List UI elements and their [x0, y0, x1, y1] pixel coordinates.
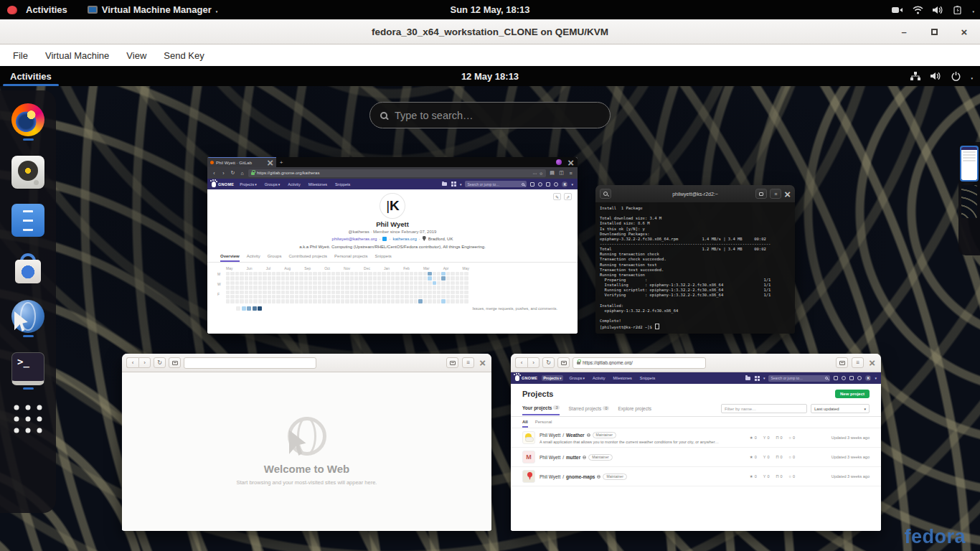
profile-tab[interactable]: Overview [220, 254, 240, 262]
search-input[interactable] [395, 110, 600, 121]
workspace-switcher[interactable] [958, 142, 980, 255]
issue-count[interactable]: ○0 [789, 435, 795, 440]
web-welcome-window[interactable]: Welcome to Web Start browsing and your m… [122, 354, 491, 531]
merge-request-count[interactable]: Π0 [776, 474, 783, 479]
close-icon[interactable] [784, 189, 791, 199]
gitlab-search[interactable] [768, 375, 830, 382]
gitlab-brand[interactable]: GNOME [212, 182, 234, 187]
menu-button[interactable] [852, 357, 864, 368]
edit-profile-icon[interactable]: ✎ [553, 193, 561, 200]
gitlab-nav-item[interactable]: Groups [263, 182, 282, 187]
twitter-icon[interactable] [382, 237, 387, 241]
project-name[interactable]: Weather [566, 433, 585, 438]
page-actions-icon[interactable]: ⋯ [533, 171, 537, 176]
user-avatar[interactable]: K [865, 375, 871, 381]
projects-tab[interactable]: Explore projects [618, 405, 651, 415]
forward-button[interactable] [138, 357, 151, 368]
folder-icon[interactable] [442, 182, 447, 186]
todos-icon[interactable] [546, 182, 550, 187]
star-count[interactable]: ★0 [750, 474, 757, 479]
star-count[interactable]: ★0 [750, 435, 757, 440]
guest-clock[interactable]: 12 May 18:13 [0, 71, 980, 82]
share-profile-icon[interactable]: ⇗ [564, 193, 572, 200]
home-icon[interactable]: ⌂ [239, 171, 245, 176]
maximize-button[interactable] [928, 27, 940, 37]
profile-tab[interactable]: Contributed projects [288, 254, 327, 262]
dock-item-software[interactable] [10, 252, 46, 285]
back-button[interactable] [515, 357, 527, 368]
projects-tab[interactable]: Starred projects 0 [568, 405, 609, 415]
fork-count[interactable]: Y0 [763, 474, 770, 479]
forward-button[interactable] [527, 357, 540, 368]
library-icon[interactable]: ▤ [549, 170, 555, 176]
address-bar[interactable] [184, 357, 316, 369]
guest-system-tray[interactable] [910, 66, 973, 86]
project-row[interactable]: Phil Wyett / gnome-maps Maintainer ★0Y0Π… [511, 467, 881, 486]
filter-by-name-input[interactable] [721, 404, 807, 413]
workspace-thumbnail-next[interactable] [961, 185, 977, 218]
address-bar[interactable] [573, 357, 706, 369]
profile-website-link[interactable]: katheras.org [392, 237, 416, 241]
host-clock[interactable]: Sun 12 May, 18:13 [0, 4, 980, 15]
browser-tab[interactable]: Phil Wyett · GitLab [207, 157, 276, 167]
firefox-window[interactable]: Phil Wyett · GitLab + ⌂ https://gitlab.g… [207, 157, 578, 334]
terminal-body[interactable]: Install 1 Package Total download size: 3… [595, 202, 795, 334]
project-namespace[interactable]: Phil Wyett [540, 474, 560, 479]
menu-item[interactable]: Send Key [156, 47, 211, 64]
profile-tab[interactable]: Activity [247, 254, 260, 262]
gitlab-brand[interactable]: GNOME [515, 375, 537, 381]
back-icon[interactable] [211, 171, 217, 176]
reload-icon[interactable] [230, 170, 236, 176]
overview-search[interactable] [369, 102, 611, 128]
bookmark-star-icon[interactable]: ☆ [540, 171, 543, 176]
star-count[interactable]: ★0 [750, 455, 757, 459]
project-namespace[interactable]: Phil Wyett [540, 455, 560, 460]
gitlab-nav-item[interactable]: Snippets [639, 375, 656, 381]
new-project-button[interactable]: New project [835, 390, 870, 398]
url-bar[interactable]: https://gitlab.gnome.org/katheras ⋯ ☆ [248, 169, 546, 177]
address-input[interactable] [188, 360, 312, 365]
menu-icon[interactable] [567, 171, 574, 176]
terminal-search-button[interactable] [600, 189, 611, 199]
help-icon[interactable] [857, 376, 862, 380]
folder-icon[interactable] [745, 377, 750, 380]
todos-icon[interactable] [849, 376, 854, 380]
gitlab-search[interactable] [465, 181, 527, 187]
dock-item-firefox[interactable] [10, 103, 46, 141]
help-icon[interactable] [554, 182, 558, 187]
gitlab-nav-item[interactable]: Projects [542, 375, 562, 381]
project-row[interactable]: M Phil Wyett / mutter Maintainer ★0Y0Π0○… [511, 448, 881, 467]
gitlab-nav-item[interactable]: Projects [238, 182, 258, 187]
fork-count[interactable]: Y0 [763, 455, 770, 459]
issue-count[interactable]: ○0 [789, 474, 795, 479]
address-input[interactable] [583, 360, 702, 365]
profile-tab[interactable]: Personal projects [334, 254, 367, 262]
gitlab-nav-item[interactable]: Activity [591, 375, 606, 381]
profile-email-link[interactable]: philwyett@katheras.org [332, 237, 377, 241]
dock-item-web[interactable] [10, 300, 46, 337]
profile-tab[interactable]: Snippets [374, 254, 391, 262]
tab-overview-button[interactable] [446, 357, 458, 368]
new-tab-button[interactable] [169, 357, 181, 368]
profile-tab[interactable]: Groups [268, 254, 282, 262]
dock-item-files[interactable] [10, 204, 46, 237]
terminal-window[interactable]: philwyett@ks-r2d2:~ Install 1 Package To… [595, 185, 795, 334]
issues-icon[interactable] [842, 376, 846, 380]
merge-requests-icon[interactable] [834, 376, 838, 380]
gitlab-search-input[interactable] [771, 376, 824, 380]
menu-item[interactable]: View [119, 47, 154, 64]
projects-tab[interactable]: Your projects 3 [522, 405, 560, 415]
gitlab-nav-item[interactable]: Groups [568, 375, 587, 381]
sort-dropdown[interactable]: Last updated [811, 404, 870, 413]
web-projects-window[interactable]: GNOME Projects Groups Activity Milestone… [511, 354, 881, 531]
fork-count[interactable]: Y0 [763, 435, 770, 440]
merge-request-count[interactable]: Π0 [776, 435, 783, 440]
project-row[interactable]: Phil Wyett / Weather Maintainer A small … [511, 428, 881, 448]
dock-item-rhythmbox[interactable] [10, 156, 46, 189]
dock-item-terminal[interactable] [10, 352, 46, 390]
project-name[interactable]: mutter [566, 455, 580, 460]
gitlab-nav-item[interactable]: Milestones [307, 182, 329, 187]
merge-request-count[interactable]: Π0 [776, 455, 783, 459]
sidebar-icon[interactable]: ◫ [558, 170, 565, 176]
tab-close-icon[interactable] [267, 157, 273, 168]
